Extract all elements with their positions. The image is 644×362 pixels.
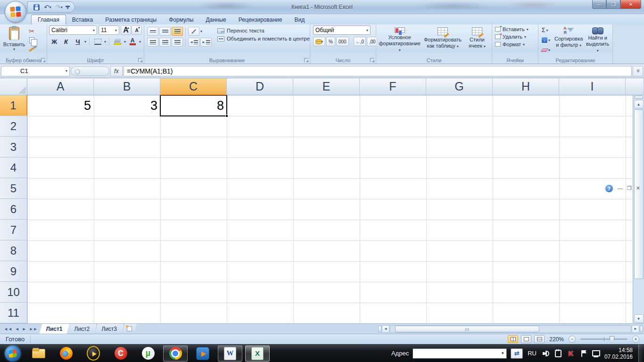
fill-color-button[interactable]: [112, 37, 123, 46]
media-player-icon[interactable]: [190, 346, 215, 362]
align-middle-button[interactable]: [159, 27, 171, 36]
decrease-indent-button[interactable]: ◄: [188, 38, 199, 47]
row-header[interactable]: 9: [0, 261, 27, 282]
merge-center-button[interactable]: ◂a▸ Объединить и поместить в центре ▾: [217, 36, 314, 41]
autosum-button[interactable]: Σ▾: [540, 26, 553, 34]
address-go-button[interactable]: ⇄: [511, 348, 523, 359]
clear-button[interactable]: ▾: [540, 46, 553, 54]
column-header[interactable]: G: [426, 78, 493, 95]
kaspersky-icon[interactable]: [567, 349, 575, 358]
column-header[interactable]: A: [27, 78, 94, 95]
workbook-minimize-button[interactable]: —: [618, 185, 623, 191]
sort-filter-button[interactable]: АЯ Сортировка и фильтр ▾: [554, 25, 583, 54]
delete-cells-button[interactable]: Удалить▾: [495, 34, 535, 40]
align-center-button[interactable]: [159, 38, 171, 47]
name-box[interactable]: C1▾: [1, 66, 70, 76]
page-break-view-button[interactable]: [534, 335, 545, 343]
orientation-button[interactable]: [188, 27, 199, 36]
zoom-out-button[interactable]: −: [569, 336, 576, 343]
row-header[interactable]: 8: [0, 240, 27, 261]
zoom-level[interactable]: 220%: [549, 336, 564, 343]
usb-icon[interactable]: [554, 349, 562, 358]
row-header[interactable]: 1: [0, 95, 27, 116]
first-sheet-button[interactable]: ◄◄: [3, 326, 13, 332]
number-format-combo[interactable]: Общий▾: [313, 25, 371, 35]
sheet-tab[interactable]: Лист3: [95, 324, 124, 334]
accounting-format-button[interactable]: ▾: [313, 37, 325, 46]
align-left-button[interactable]: [147, 38, 158, 47]
dialog-launcher-icon[interactable]: [370, 58, 374, 62]
utorrent-icon[interactable]: [136, 346, 160, 362]
wrap-text-button[interactable]: Перенос текста: [217, 28, 314, 33]
insert-function-button[interactable]: fx: [110, 66, 123, 76]
font-size-combo[interactable]: 11▾: [99, 25, 119, 35]
split-handle[interactable]: [640, 326, 643, 332]
column-header[interactable]: D: [227, 78, 293, 95]
shrink-font-button[interactable]: А▼: [132, 25, 142, 35]
conditional-formatting-button[interactable]: Условное форматирование ▾: [378, 26, 421, 53]
action-center-icon[interactable]: [579, 349, 588, 358]
underline-button[interactable]: Ч: [73, 37, 83, 46]
format-as-table-button[interactable]: Форматировать как таблицу ▾: [421, 26, 464, 53]
row-header[interactable]: 10: [0, 282, 27, 303]
explorer-icon[interactable]: [26, 346, 51, 362]
workbook-close-button[interactable]: ✕: [636, 185, 640, 191]
insert-cells-button[interactable]: Вставить▾: [495, 26, 535, 32]
ribbon-tab[interactable]: Формулы: [163, 15, 199, 25]
increase-indent-button[interactable]: ►: [200, 38, 212, 47]
bold-button[interactable]: Ж: [49, 37, 59, 46]
ribbon-tab[interactable]: Данные: [199, 15, 232, 25]
customize-qat-button[interactable]: ▬▾: [66, 5, 70, 9]
minimize-button[interactable]: —: [592, 0, 606, 9]
sheet-tab[interactable]: Лист1: [40, 324, 70, 334]
borders-button[interactable]: [92, 37, 103, 46]
save-button[interactable]: [32, 2, 41, 12]
ccleaner-icon[interactable]: [108, 346, 133, 362]
format-painter-button[interactable]: [26, 45, 37, 53]
page-layout-view-button[interactable]: [521, 335, 531, 343]
column-header[interactable]: E: [293, 78, 360, 95]
paste-button[interactable]: Вставить ▾: [2, 26, 26, 53]
column-header[interactable]: B: [94, 78, 160, 95]
row-header[interactable]: 3: [0, 137, 27, 157]
ribbon-tab[interactable]: Вставка: [66, 15, 99, 25]
percent-style-button[interactable]: %: [326, 37, 335, 46]
sheet-tab[interactable]: Лист2: [68, 324, 97, 334]
formula-bar-splitter[interactable]: [71, 66, 109, 76]
font-name-combo[interactable]: Calibri▾: [49, 25, 97, 35]
row-header[interactable]: 2: [0, 116, 27, 137]
formula-input[interactable]: =СУММ(A1;B1): [124, 66, 632, 76]
undo-button[interactable]: ↶▾: [43, 2, 52, 12]
dialog-launcher-icon[interactable]: [41, 58, 45, 62]
restore-button[interactable]: ❐: [606, 0, 620, 9]
aimp-icon[interactable]: [81, 346, 106, 362]
cells-area[interactable]: 5 3 8: [27, 95, 633, 323]
align-top-button[interactable]: [147, 27, 158, 36]
row-header[interactable]: 6: [0, 199, 27, 220]
dialog-launcher-icon[interactable]: [138, 58, 142, 62]
horizontal-scrollbar[interactable]: ◄ ►: [377, 324, 644, 334]
fill-handle[interactable]: [225, 115, 228, 117]
ribbon-tab[interactable]: Разметка страницы: [99, 15, 163, 25]
horizontal-scroll-thumb[interactable]: [395, 326, 539, 332]
copy-button[interactable]: [26, 36, 37, 44]
split-handle[interactable]: [378, 326, 381, 332]
row-header[interactable]: 7: [0, 220, 27, 240]
cell-a1[interactable]: 5: [27, 95, 94, 116]
align-bottom-button[interactable]: [172, 27, 183, 36]
normal-view-button[interactable]: [508, 335, 518, 343]
format-cells-button[interactable]: Формат▾: [495, 41, 535, 47]
italic-button[interactable]: К: [61, 37, 71, 46]
office-button[interactable]: [5, 1, 26, 23]
volume-icon[interactable]: [541, 349, 550, 358]
cut-button[interactable]: ✂: [26, 27, 37, 35]
column-header[interactable]: H: [493, 78, 559, 95]
cell-styles-button[interactable]: Стили ячеек ▾: [464, 26, 490, 53]
comma-style-button[interactable]: 000: [336, 37, 349, 46]
ribbon-tab[interactable]: Вид: [288, 15, 311, 25]
ribbon-tab[interactable]: Главная: [31, 15, 66, 25]
scroll-left-button[interactable]: ◄: [382, 325, 389, 333]
dialog-launcher-icon[interactable]: [304, 58, 308, 62]
help-icon[interactable]: ?: [605, 185, 613, 192]
redo-button[interactable]: ↷▾: [54, 2, 64, 12]
